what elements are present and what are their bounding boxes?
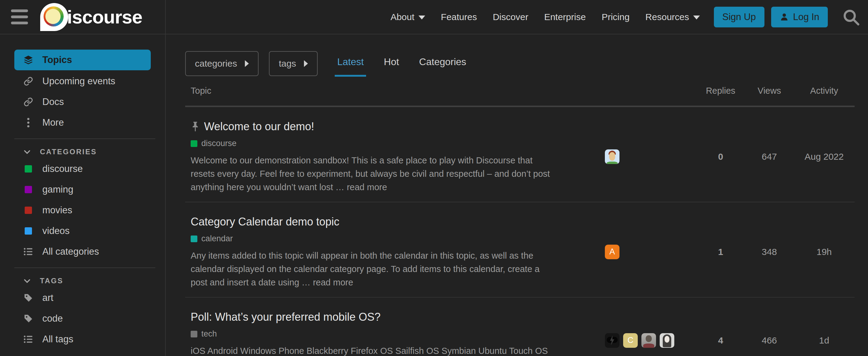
avatar[interactable]: A	[605, 245, 619, 259]
caret-right-icon	[245, 60, 249, 67]
sidebar-divider	[14, 268, 155, 268]
sidebar-category-gaming[interactable]: gaming	[14, 180, 151, 199]
sidebar-category-videos[interactable]: videos	[14, 221, 151, 241]
activity-time[interactable]: 1d	[794, 335, 855, 346]
ellipsis-vertical-icon	[23, 117, 34, 128]
categories-dropdown[interactable]: categories	[185, 51, 258, 76]
category-label: discourse	[42, 164, 83, 174]
topic-posters	[605, 149, 696, 164]
avatar[interactable]: C	[623, 333, 638, 348]
topic-list-area: categories tags Latest Hot Categories To…	[166, 34, 868, 356]
sidebar-all-categories[interactable]: All categories	[14, 242, 151, 261]
nav-about[interactable]: About	[391, 12, 425, 22]
topic-posters: A	[605, 245, 696, 259]
nav-resources[interactable]: Resources	[645, 12, 700, 22]
column-header-activity[interactable]: Activity	[794, 86, 855, 96]
tag-icon	[23, 293, 34, 302]
topic-list-header: Topic Replies Views Activity	[185, 86, 855, 106]
column-header-views[interactable]: Views	[745, 86, 794, 96]
views-count: 466	[745, 335, 794, 346]
sidebar-item-label: Upcoming events	[42, 76, 116, 87]
category-color-swatch	[191, 236, 197, 242]
pin-icon	[191, 121, 200, 132]
nav-enterprise[interactable]: Enterprise	[544, 12, 586, 22]
tab-categories[interactable]: Categories	[418, 50, 467, 77]
tags-dropdown[interactable]: tags	[269, 51, 318, 76]
sidebar-item-label: Docs	[42, 97, 64, 107]
site-header: iscourse About Features Discover Enterpr…	[0, 0, 868, 34]
sidebar-item-upcoming-events[interactable]: Upcoming events	[14, 72, 151, 91]
tab-hot[interactable]: Hot	[383, 50, 400, 77]
sidebar: Topics Upcoming events Docs More	[0, 34, 165, 356]
category-label: movies	[42, 205, 72, 216]
replies-count: 1	[696, 247, 745, 257]
list-icon	[23, 247, 34, 256]
replies-count: 0	[696, 151, 745, 162]
sidebar-divider	[14, 138, 155, 139]
category-label: gaming	[42, 184, 73, 195]
avatar[interactable]	[605, 333, 619, 348]
caret-right-icon	[304, 60, 308, 67]
sidebar-category-discourse[interactable]: discourse	[14, 159, 151, 179]
topic-posters: C	[605, 333, 696, 348]
avatar[interactable]	[642, 333, 656, 348]
discourse-logo-mark-icon	[40, 3, 68, 31]
person-icon	[780, 12, 789, 22]
sign-up-button[interactable]: Sign Up	[714, 7, 765, 27]
sidebar-border	[165, 0, 166, 356]
category-label: videos	[42, 225, 70, 237]
chevron-down-icon	[23, 277, 31, 285]
chevron-down-icon	[23, 148, 31, 156]
tag-label: art	[42, 292, 53, 304]
topic-title[interactable]: Category Calendar demo topic	[191, 215, 605, 229]
avatar[interactable]	[660, 333, 674, 348]
topic-title[interactable]: Poll: What’s your preferred mobile OS?	[191, 310, 605, 324]
category-color-swatch	[25, 207, 32, 214]
sidebar-category-movies[interactable]: movies	[14, 201, 151, 220]
category-badge[interactable]: calendar	[191, 234, 605, 243]
brand-text: iscourse	[67, 6, 142, 28]
category-badge[interactable]: discourse	[191, 139, 605, 148]
top-nav: About Features Discover Enterprise Prici…	[391, 12, 700, 22]
sidebar-section-tags[interactable]: TAGS	[0, 272, 165, 287]
category-color-swatch	[25, 165, 32, 173]
category-color-swatch	[191, 331, 197, 337]
column-header-replies[interactable]: Replies	[696, 86, 745, 96]
sidebar-tag-art[interactable]: art	[14, 288, 151, 308]
avatar[interactable]	[605, 149, 619, 164]
tag-label: code	[42, 313, 63, 324]
sidebar-section-categories[interactable]: CATEGORIES	[0, 143, 165, 158]
views-count: 647	[745, 151, 794, 162]
hamburger-menu-icon[interactable]	[11, 9, 28, 24]
nav-discover[interactable]: Discover	[493, 12, 528, 22]
sidebar-all-tags[interactable]: All tags	[14, 329, 151, 349]
discourse-logo[interactable]: iscourse	[40, 3, 142, 31]
list-icon	[23, 334, 34, 344]
category-color-swatch	[191, 140, 197, 147]
activity-time[interactable]: 19h	[794, 247, 855, 257]
replies-count: 4	[696, 335, 745, 346]
topic-excerpt[interactable]: Welcome to our demonstration sandbox! Th…	[191, 154, 556, 194]
category-badge[interactable]: tech	[191, 329, 605, 339]
link-icon	[23, 97, 34, 107]
caret-down-icon	[693, 15, 700, 20]
tab-latest[interactable]: Latest	[337, 50, 364, 77]
search-icon[interactable]	[841, 7, 861, 27]
activity-time[interactable]: Aug 2022	[794, 151, 855, 162]
sidebar-item-docs[interactable]: Docs	[14, 92, 151, 112]
column-header-topic[interactable]: Topic	[185, 86, 605, 96]
sidebar-item-more[interactable]: More	[14, 113, 151, 132]
topic-excerpt[interactable]: iOS Android Windows Phone Blackberry Fir…	[191, 344, 556, 356]
category-color-swatch	[25, 186, 32, 193]
topic-excerpt[interactable]: Any items added to this topic will appea…	[191, 249, 556, 289]
link-icon	[23, 76, 34, 86]
sidebar-item-topics[interactable]: Topics	[14, 49, 151, 70]
log-in-button[interactable]: Log In	[771, 7, 828, 27]
nav-pricing[interactable]: Pricing	[601, 12, 629, 22]
tag-icon	[23, 314, 34, 323]
topic-row: Poll: What’s your preferred mobile OS? t…	[185, 297, 855, 356]
topic-title[interactable]: Welcome to our demo!	[191, 119, 605, 134]
views-count: 348	[745, 247, 794, 257]
sidebar-tag-code[interactable]: code	[14, 309, 151, 328]
nav-features[interactable]: Features	[441, 12, 477, 22]
